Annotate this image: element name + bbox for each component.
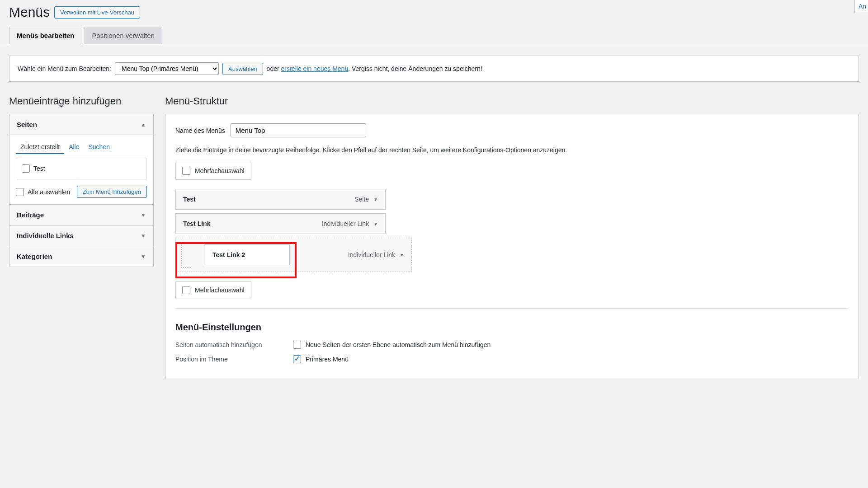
menu-item-type: Seite ▼ (354, 196, 378, 203)
multi-select-checkbox[interactable] (182, 167, 190, 175)
tab-edit-menus[interactable]: Menüs bearbeiten (9, 27, 82, 44)
choose-menu-button[interactable]: Auswählen (222, 63, 263, 75)
caret-down-icon[interactable]: ▼ (373, 197, 378, 202)
tab-manage-positions[interactable]: Positionen verwalten (85, 27, 162, 44)
caret-up-icon: ▲ (141, 122, 146, 128)
select-all-checkbox[interactable] (16, 188, 24, 196)
menu-name-label: Name des Menüs (175, 127, 225, 134)
menu-item-label: Test (183, 196, 196, 203)
page-item-label: Test (33, 165, 45, 172)
create-new-menu-link[interactable]: erstelle ein neues Menü (281, 65, 349, 72)
menu-item-type: Individueller Link ▼ (322, 220, 378, 227)
caret-down-icon: ▼ (141, 233, 146, 239)
subtab-all[interactable]: Alle (64, 141, 84, 154)
multi-select-bottom[interactable]: Mehrfachauswahl (175, 281, 251, 299)
select-bar-text: oder erstelle ein neues Menü. Vergiss ni… (267, 65, 482, 72)
menu-item-type: Individueller Link ▼ (348, 251, 404, 258)
primary-menu-checkbox[interactable] (293, 355, 301, 363)
menu-item-label: Test Link 2 (204, 244, 290, 265)
theme-position-primary[interactable]: Primäres Menü (293, 355, 349, 363)
page-item-checkbox[interactable] (22, 164, 30, 173)
screen-options-cut[interactable]: An (854, 0, 868, 13)
drop-indicator-icon (181, 242, 191, 268)
caret-down-icon: ▼ (141, 212, 146, 218)
structure-help-text: Ziehe die Einträge in deine bevorzugte R… (175, 146, 849, 154)
menu-item-test[interactable]: Test Seite ▼ (175, 189, 386, 210)
auto-add-option[interactable]: Neue Seiten der ersten Ebene automatisch… (293, 341, 491, 349)
menu-item-test-link-2-dragging[interactable]: Test Link 2 Individueller Link ▼ (175, 238, 412, 272)
multi-select-top[interactable]: Mehrfachauswahl (175, 162, 251, 180)
accordion-categories-head[interactable]: Kategorien ▼ (9, 246, 153, 267)
menu-structure-form: Name des Menüs Ziehe die Einträge in dei… (165, 114, 859, 379)
menu-settings-heading: Menü-Einstellungen (175, 322, 849, 333)
auto-add-label: Seiten automatisch hinzufügen (175, 341, 293, 348)
select-all-row[interactable]: Alle auswählen (16, 186, 77, 198)
select-all-label: Alle auswählen (28, 188, 70, 196)
multi-select-checkbox[interactable] (182, 286, 190, 294)
live-preview-button[interactable]: Verwalten mit Live-Vorschau (54, 6, 140, 19)
subtab-search[interactable]: Suchen (84, 141, 114, 154)
accordion-pages-head[interactable]: Seiten ▲ (9, 114, 153, 135)
add-to-menu-button[interactable]: Zum Menü hinzufügen (77, 186, 147, 198)
theme-position-label: Position im Theme (175, 356, 293, 363)
menu-select[interactable]: Menu Top (Primäres Menü) (115, 62, 219, 75)
accordion-links-head[interactable]: Individuelle Links ▼ (9, 225, 153, 246)
accordion-pages-body: Zuletzt erstellt Alle Suchen Test A (9, 135, 153, 205)
menu-name-input[interactable] (231, 123, 366, 137)
caret-down-icon[interactable]: ▼ (373, 221, 378, 226)
auto-add-checkbox[interactable] (293, 341, 301, 349)
add-items-accordion: Seiten ▲ Zuletzt erstellt Alle Suchen Te… (9, 114, 154, 267)
menu-select-bar: Wähle ein Menü zum Bearbeiten: Menu Top … (9, 56, 859, 82)
select-menu-label: Wähle ein Menü zum Bearbeiten: (18, 65, 111, 72)
add-items-heading: Menüeinträge hinzufügen (9, 95, 154, 107)
caret-down-icon: ▼ (141, 253, 146, 260)
menu-item-test-link[interactable]: Test Link Individueller Link ▼ (175, 213, 386, 234)
page-title: Menüs (9, 5, 50, 20)
subtab-recent[interactable]: Zuletzt erstellt (16, 141, 64, 154)
accordion-posts-head[interactable]: Beiträge ▼ (9, 205, 153, 225)
caret-down-icon[interactable]: ▼ (400, 253, 404, 258)
menu-structure-heading: Menü-Struktur (165, 95, 859, 107)
page-item-row[interactable]: Test (22, 163, 141, 174)
menu-item-label: Test Link (183, 220, 210, 227)
